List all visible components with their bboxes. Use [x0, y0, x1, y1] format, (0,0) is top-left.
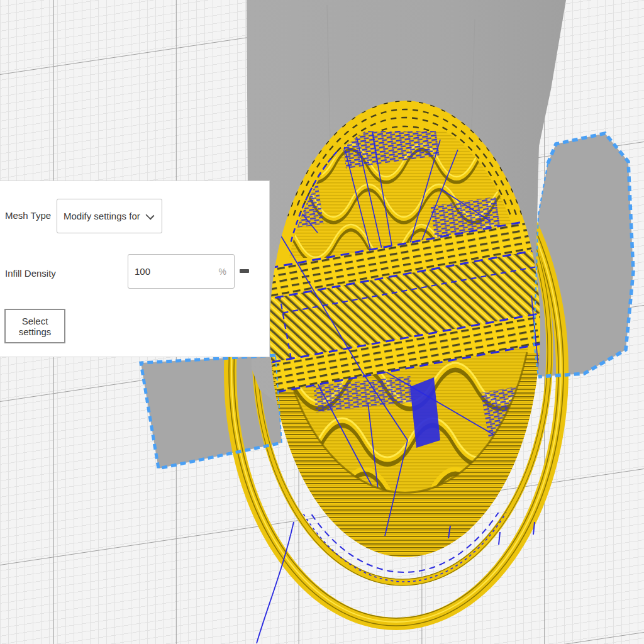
- infill-density-label: Infill Density: [5, 268, 56, 279]
- per-model-settings-panel: Mesh Type Modify settings for ... Infill…: [0, 180, 270, 357]
- infill-density-value: 100: [135, 266, 219, 277]
- remove-setting-button[interactable]: [240, 269, 249, 273]
- mesh-type-label: Mesh Type: [5, 210, 51, 221]
- mesh-type-dropdown[interactable]: Modify settings for ...: [57, 199, 162, 233]
- chevron-down-icon: [145, 211, 154, 219]
- infill-density-input[interactable]: 100 %: [128, 254, 235, 289]
- infill-density-unit: %: [219, 267, 226, 277]
- viewport-3d[interactable]: Mesh Type Modify settings for ... Infill…: [0, 0, 644, 644]
- select-settings-button[interactable]: Select settings: [4, 309, 65, 343]
- mesh-type-value: Modify settings for ...: [64, 211, 143, 221]
